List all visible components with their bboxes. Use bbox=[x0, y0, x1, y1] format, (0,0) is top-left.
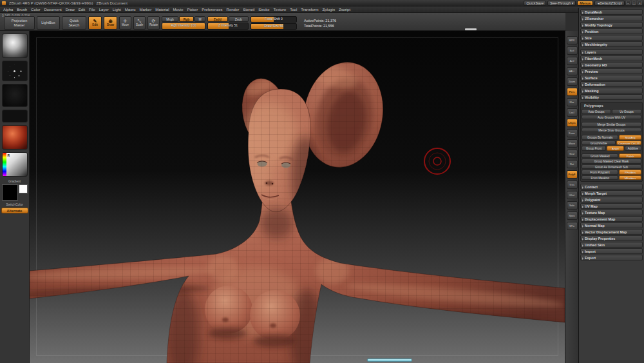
rgb-button[interactable]: Rgb bbox=[179, 16, 194, 22]
flor-icon[interactable]: Flor bbox=[567, 98, 578, 106]
coverage-ctrl-w-slider[interactable]: Coverage Ctrl+W bbox=[616, 141, 641, 146]
polish-slider[interactable]: Polish bbox=[619, 153, 641, 159]
group-as-dynamesh-sub-button[interactable]: Group As Dynamesh Sub bbox=[582, 164, 641, 170]
menu-zplugin[interactable]: Zplugin bbox=[322, 8, 335, 12]
see-through-slider[interactable]: See-Through▾ bbox=[547, 1, 576, 6]
tool-section-deformation[interactable]: Deformation bbox=[580, 81, 643, 87]
alternate-button[interactable]: Alternate bbox=[1, 208, 28, 213]
m-button[interactable]: M bbox=[194, 16, 205, 22]
tool-section-display-properties[interactable]: Display Properties bbox=[580, 235, 643, 241]
tool-section-import[interactable]: Import bbox=[580, 248, 643, 254]
from-masking-button[interactable]: From Masking bbox=[582, 175, 618, 181]
tool-section-fibermesh[interactable]: FiberMesh bbox=[580, 55, 643, 61]
zoom-icon[interactable]: Zoom bbox=[567, 77, 578, 86]
menu-macro[interactable]: Macro bbox=[125, 8, 136, 12]
angle-slider[interactable]: Angle bbox=[607, 146, 623, 151]
menu-stroke[interactable]: Stroke bbox=[258, 8, 269, 12]
menu-brush[interactable]: Brush bbox=[17, 8, 27, 12]
tool-section-modify-topology[interactable]: Modify Topology bbox=[580, 22, 643, 28]
canvas-top-scrollbar[interactable] bbox=[465, 28, 477, 30]
menu-transform[interactable]: Transform bbox=[301, 8, 318, 12]
alpha-thumbnail[interactable] bbox=[2, 84, 28, 107]
solo-icon[interactable]: Solo bbox=[567, 201, 578, 210]
scale-button[interactable]: ⤡ Scale bbox=[133, 16, 146, 30]
scal-icon[interactable]: Scal bbox=[567, 150, 578, 158]
tool-section-displacement-map[interactable]: Displacement Map bbox=[580, 216, 643, 222]
tool-section-uv-map[interactable]: UV Map bbox=[580, 203, 643, 209]
viewport-canvas[interactable] bbox=[30, 31, 565, 363]
menu-file[interactable]: File bbox=[89, 8, 95, 12]
tool-section-geometry-hd[interactable]: Geometry HD bbox=[580, 62, 643, 68]
aa-icon[interactable]: AA½ bbox=[567, 67, 578, 75]
tool-section-polypaint[interactable]: Polypaint bbox=[580, 197, 643, 202]
menu-edit[interactable]: Edit bbox=[79, 8, 85, 12]
menus-button[interactable]: Menus bbox=[577, 1, 593, 6]
tool-section-layers[interactable]: Layers bbox=[580, 49, 643, 55]
ghst-icon[interactable]: Ghst bbox=[567, 191, 578, 199]
from-polypaint-button[interactable]: From Polypaint bbox=[582, 170, 618, 175]
polygroups-title[interactable]: Polygroups bbox=[582, 103, 641, 109]
maxang-slider[interactable]: MaxAng bbox=[619, 135, 641, 140]
merge-stray-groups-button[interactable]: Merge Stray Groups bbox=[582, 128, 641, 133]
tool-section-vector-displacement-map[interactable]: Vector Displacement Map bbox=[580, 229, 643, 235]
rgb-intensity-slider[interactable]: Rgb Intensity 100 bbox=[162, 23, 205, 30]
menu-tool[interactable]: Tool bbox=[290, 8, 297, 12]
secondary-color-swatch[interactable] bbox=[19, 184, 28, 193]
main-color-swatch[interactable] bbox=[2, 184, 18, 201]
actl-icon[interactable]: Actl bbox=[567, 57, 578, 65]
tool-section-preview[interactable]: Preview bbox=[580, 68, 643, 74]
auto-groups-with-uv-button[interactable]: Auto Groups With UV bbox=[582, 115, 641, 120]
default-zscript-button[interactable]: ◂DefaultZScript bbox=[594, 1, 625, 6]
draw-button[interactable]: ◉ Draw bbox=[104, 16, 117, 30]
mfolders-slider[interactable]: MFolders bbox=[619, 175, 641, 181]
maximize-button[interactable]: □ bbox=[632, 1, 636, 5]
group-masked-button[interactable]: Group Masked bbox=[582, 153, 618, 159]
draw-size-slider[interactable]: Draw Size 56 bbox=[251, 23, 297, 30]
tool-section-surface[interactable]: Surface bbox=[580, 75, 643, 81]
polyf-icon[interactable]: PolyF bbox=[567, 170, 578, 179]
menu-render[interactable]: Render bbox=[227, 8, 240, 12]
groupvisible-button[interactable]: GroupVisible bbox=[582, 141, 616, 146]
move-icon[interactable]: Move bbox=[567, 139, 578, 148]
tool-section-normal-map[interactable]: Normal Map bbox=[580, 222, 643, 228]
quicksave-button[interactable]: QuickSave bbox=[524, 1, 546, 6]
menu-texture[interactable]: Texture bbox=[274, 8, 287, 12]
menu-marker[interactable]: Marker bbox=[139, 8, 151, 12]
gradient-toggle[interactable]: Gradient bbox=[0, 179, 29, 183]
minimize-button[interactable]: – bbox=[626, 1, 630, 5]
groups-by-normals-button[interactable]: Groups By Normals bbox=[582, 135, 618, 140]
bpr-icon[interactable]: BPR bbox=[567, 36, 578, 44]
focal-shift-slider[interactable]: Focal Shift 0 bbox=[251, 16, 297, 23]
material-thumbnail[interactable] bbox=[2, 125, 28, 150]
switchcolor-button[interactable]: SwitchColor bbox=[0, 202, 29, 206]
menu-preferences[interactable]: Preferences bbox=[202, 8, 222, 12]
tool-section-meshintegrity[interactable]: MeshIntegrity bbox=[580, 41, 643, 47]
auto-groups-button[interactable]: Auto Groups bbox=[582, 109, 611, 114]
texture-thumbnail[interactable] bbox=[2, 110, 28, 123]
spix-icon[interactable]: SPix bbox=[567, 222, 578, 230]
menu-picker[interactable]: Picker bbox=[187, 8, 198, 12]
menu-movie[interactable]: Movie bbox=[173, 8, 184, 12]
projection-master-button[interactable]: Projection Master bbox=[4, 16, 35, 30]
current-brush-thumbnail[interactable] bbox=[2, 34, 28, 58]
tool-section-export[interactable]: Export bbox=[580, 255, 643, 260]
color-picker[interactable]: R bbox=[2, 152, 28, 177]
mrgb-button[interactable]: Mrgb bbox=[162, 16, 178, 22]
rotate-button[interactable]: ⟳ Rotate bbox=[147, 16, 160, 30]
lsym-icon[interactable]: LSym bbox=[567, 119, 578, 127]
additive-button[interactable]: Additive bbox=[625, 146, 641, 151]
tool-section-position[interactable]: Position bbox=[580, 28, 643, 34]
xpos-icon[interactable]: Xpos bbox=[567, 211, 578, 220]
menu-layer[interactable]: Layer bbox=[99, 8, 109, 12]
rot-icon[interactable]: Rot bbox=[567, 160, 578, 168]
edit-button[interactable]: ✎ Edit bbox=[88, 16, 102, 30]
locl-icon[interactable]: Locl bbox=[567, 108, 578, 117]
move-button[interactable]: ✛ Move bbox=[119, 16, 131, 30]
tool-section-texture-map[interactable]: Texture Map bbox=[580, 210, 643, 215]
menu-draw[interactable]: Draw bbox=[66, 8, 75, 12]
z-intensity-slider[interactable]: Z Intensity 51 bbox=[207, 23, 249, 30]
tool-section-unified-skin[interactable]: Unified Skin bbox=[580, 242, 643, 248]
menu-alpha[interactable]: Alpha bbox=[3, 8, 13, 12]
quick-sketch-button[interactable]: Quick Sketch bbox=[62, 16, 86, 30]
close-button[interactable]: × bbox=[638, 1, 642, 5]
